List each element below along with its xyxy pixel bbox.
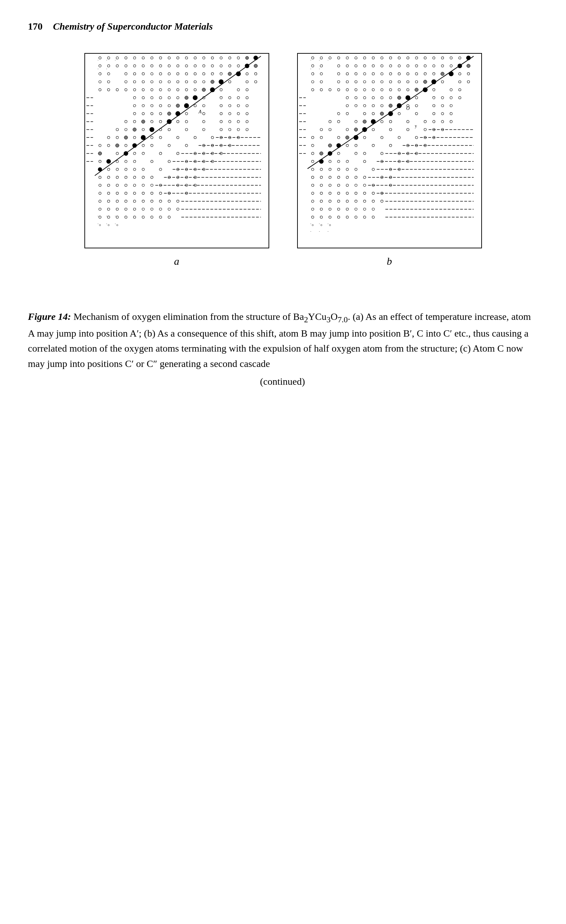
svg-text:·: · xyxy=(319,229,320,233)
page-number: 170 xyxy=(28,21,43,32)
svg-point-353 xyxy=(254,64,258,68)
svg-point-357 xyxy=(202,88,205,92)
svg-rect-73 xyxy=(85,54,268,248)
svg-point-355 xyxy=(228,72,231,76)
caption-continued: (continued) xyxy=(260,376,305,387)
svg-text:·: · xyxy=(319,67,320,71)
page-header: 170 Chemistry of Superconductor Material… xyxy=(28,21,538,32)
svg-point-354 xyxy=(246,57,249,60)
caption-text-2: YCu xyxy=(308,311,326,322)
svg-point-358 xyxy=(184,96,188,99)
svg-point-345 xyxy=(175,111,180,116)
svg-point-351 xyxy=(106,159,111,164)
svg-text:A: A xyxy=(198,109,202,114)
figure-b-svg: O y · · · · · · · · · · · xyxy=(298,54,481,248)
figure-a-box: · · · ○○●○○○○○●○○○○○○○○/ ● ● ○/○○○●○●○○○… xyxy=(84,53,269,248)
svg-point-347 xyxy=(149,128,154,132)
svg-point-365 xyxy=(98,152,102,155)
svg-text:·: · xyxy=(97,222,98,226)
svg-text:O: O xyxy=(406,106,409,111)
caption-figure-number: Figure 14: xyxy=(28,311,71,322)
figure-a-svg: · · · ○○●○○○○○●○○○○○○○○/ ● ● ○/○○○●○●○○○… xyxy=(85,54,268,248)
svg-point-356 xyxy=(211,80,214,84)
svg-text:·: · xyxy=(328,229,328,233)
book-title: Chemistry of Superconductor Materials xyxy=(53,21,213,32)
svg-text:·: · xyxy=(328,58,328,62)
caption-text-1: Mechanism of oxygen elimination from the… xyxy=(73,311,304,322)
svg-text:·: · xyxy=(319,222,320,226)
svg-rect-399 xyxy=(298,54,481,248)
figures-container: · · · ○○●○○○○○●○○○○○○○○/ ● ● ○/○○○●○●○○○… xyxy=(28,53,538,288)
figure-b-box: O y · · · · · · · · · · · xyxy=(297,53,482,248)
svg-point-658 xyxy=(440,72,444,76)
svg-text:·: · xyxy=(106,222,107,226)
caption-subscript-2: 3 xyxy=(326,315,331,324)
svg-text:·: · xyxy=(115,214,116,218)
svg-point-667 xyxy=(328,144,332,147)
svg-point-656 xyxy=(319,159,323,164)
svg-point-363 xyxy=(124,136,128,139)
caption-text-3: O xyxy=(331,311,338,322)
svg-point-668 xyxy=(319,152,323,155)
svg-text:·: · xyxy=(319,58,320,62)
svg-point-359 xyxy=(176,104,180,107)
figure-b-label: b xyxy=(387,255,392,267)
svg-point-659 xyxy=(423,80,427,84)
svg-text:·: · xyxy=(97,214,98,218)
svg-text:·: · xyxy=(106,214,107,218)
svg-point-663 xyxy=(380,112,383,116)
figure-caption: Figure 14: Mechanism of oxygen eliminati… xyxy=(28,309,537,389)
figure-a-label: a xyxy=(174,255,179,267)
svg-text:·: · xyxy=(310,67,311,71)
svg-point-344 xyxy=(184,103,189,108)
svg-text:·: · xyxy=(106,67,107,71)
svg-text:·: · xyxy=(310,58,311,62)
svg-text:y: y xyxy=(415,123,417,128)
svg-point-362 xyxy=(133,128,136,131)
svg-text:·: · xyxy=(328,222,328,226)
svg-point-654 xyxy=(336,143,341,148)
svg-text:·: · xyxy=(310,222,311,226)
svg-point-664 xyxy=(363,120,366,123)
svg-point-665 xyxy=(354,128,358,131)
svg-point-661 xyxy=(397,96,401,99)
svg-point-657 xyxy=(467,64,470,68)
svg-text:·: · xyxy=(106,58,107,62)
svg-point-364 xyxy=(115,144,119,147)
caption-subscript-3: 7.0 xyxy=(338,315,348,324)
svg-text:·: · xyxy=(115,58,116,62)
svg-text:·: · xyxy=(97,67,98,71)
svg-point-666 xyxy=(345,136,349,139)
svg-point-660 xyxy=(415,88,418,92)
svg-point-360 xyxy=(168,112,171,116)
svg-text:·: · xyxy=(115,222,116,226)
svg-point-645 xyxy=(448,72,453,76)
svg-text:·: · xyxy=(310,229,311,233)
svg-point-662 xyxy=(389,104,392,107)
svg-point-361 xyxy=(141,120,145,123)
caption-subscript-1: 2 xyxy=(304,315,308,324)
svg-text:·: · xyxy=(97,58,98,62)
svg-point-343 xyxy=(193,95,198,100)
